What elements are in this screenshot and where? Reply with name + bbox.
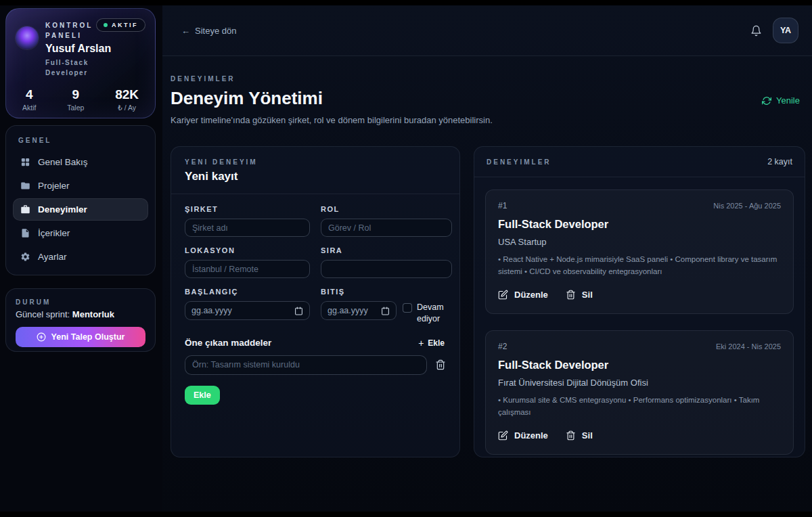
sidebar-item-projeler[interactable]: Projeler (13, 175, 148, 197)
edit-label: Düzenle (514, 290, 548, 300)
nav-list: Genel Bakış Projeler Deneyimler İçerikle… (13, 151, 148, 268)
role-label: ROL (321, 205, 452, 213)
end-date-label: BITIŞ (321, 288, 452, 296)
stat-value: 9 (67, 87, 84, 102)
experience-index: #2 (498, 342, 507, 351)
add-highlight-label: Ekle (428, 338, 445, 348)
sidebar-item-ayarlar[interactable]: Ayarlar (13, 246, 148, 268)
role-input[interactable] (321, 219, 452, 237)
sidebar-item-genel-bakis[interactable]: Genel Bakış (13, 151, 148, 173)
order-input[interactable] (321, 260, 452, 278)
start-date-label: BAŞLANGIÇ (185, 288, 310, 296)
current-sprint: Güncel sprint: Mentorluk (16, 309, 145, 319)
field-start-date: BAŞLANGIÇ gg.aa.yyyy (185, 288, 310, 325)
page-title: Deneyim Yönetimi (171, 88, 493, 109)
company-label: ŞIRKET (185, 205, 310, 213)
edit-button[interactable]: Düzenle (498, 428, 548, 443)
stat-gelir: 82K ₺ / Ay (115, 87, 139, 112)
user-avatar[interactable]: YA (773, 18, 798, 43)
stat-talep: 9 Talep (67, 87, 84, 112)
experience-highlights: • Kurumsal site & CMS entegrasyonu • Per… (498, 394, 781, 419)
ongoing-checkbox[interactable] (403, 303, 412, 313)
bell-icon (750, 25, 762, 37)
experience-index: #1 (498, 201, 507, 210)
delete-button[interactable]: Sil (566, 428, 593, 443)
profile-avatar-image (16, 26, 39, 49)
order-label: SIRA (321, 246, 452, 254)
sprint-value: Mentorluk (72, 309, 114, 319)
page-header: DENEYIMLER Deneyim Yönetimi Kariyer time… (171, 75, 805, 125)
ongoing-label: Devam ediyor (417, 302, 452, 325)
sidebar-item-label: İçerikler (38, 228, 70, 238)
stat-value: 4 (22, 87, 36, 102)
field-location: LOKASYON (185, 246, 310, 278)
notifications-button[interactable] (750, 25, 762, 37)
experiences-panel: DENEYIMLER 2 kayıt #1 Nis 2025 - Ağu 202… (474, 146, 805, 457)
new-request-button[interactable]: Yeni Talep Oluştur (16, 327, 145, 347)
experiences-panel-header: DENEYIMLER 2 kayıt (474, 147, 805, 177)
stat-label: Talep (67, 104, 84, 112)
edit-button[interactable]: Düzenle (498, 287, 548, 302)
edit-pencil-icon (498, 290, 508, 300)
field-end-date: BITIŞ gg.aa.yyyy Devam ediyor (321, 288, 452, 325)
main-column: ← Siteye dön YA DENEYIMLER Deneyim Yönet… (162, 5, 812, 512)
sidebar-item-label: Ayarlar (38, 252, 67, 262)
sidebar-item-deneyimler[interactable]: Deneyimler (13, 198, 148, 221)
delete-button[interactable]: Sil (566, 287, 593, 302)
form-title: Yeni kayıt (185, 170, 446, 183)
folder-icon (20, 181, 30, 191)
end-date-input[interactable]: gg.aa.yyyy (321, 301, 397, 320)
add-highlight-button[interactable]: + Ekle (418, 338, 445, 349)
edit-pencil-icon (498, 430, 508, 441)
sidebar-item-label: Projeler (38, 181, 70, 191)
location-input[interactable] (185, 260, 310, 278)
page-subtitle: Kariyer timeline'ında gözüken şirket, ro… (171, 115, 493, 125)
location-label: LOKASYON (185, 246, 310, 254)
experience-period: Nis 2025 - Ağu 2025 (713, 202, 781, 210)
profile-stats: 4 Aktif 9 Talep 82K ₺ / Ay (16, 87, 145, 112)
refresh-button[interactable]: Yenile (762, 95, 800, 106)
submit-button[interactable]: Ekle (185, 386, 220, 405)
field-order: SIRA (321, 246, 452, 278)
arrow-left-icon: ← (181, 26, 190, 36)
main-content: DENEYIMLER Deneyim Yönetimi Kariyer time… (162, 56, 812, 457)
nav-card: GENEL Genel Bakış Projeler Deneyimler İç… (5, 125, 156, 275)
experience-company: USA Startup (498, 237, 781, 247)
delete-label: Sil (582, 430, 593, 441)
experience-card-2: #2 Eki 2024 - Nis 2025 Full-Stack Develo… (485, 330, 794, 455)
start-date-input[interactable]: gg.aa.yyyy (185, 301, 310, 320)
remove-highlight-button[interactable] (435, 359, 446, 370)
sidebar-item-icerikler[interactable]: İçerikler (13, 222, 148, 244)
briefcase-icon (20, 204, 30, 215)
screen: KONTROL PANELI Yusuf Arslan Full-Stack D… (0, 0, 812, 517)
sidebar-item-label: Deneyimler (38, 204, 87, 215)
calendar-icon[interactable] (294, 307, 303, 315)
experience-company: Fırat Üniversitesi Dijital Dönüşüm Ofisi (498, 378, 781, 388)
status-badge: AKTIF (96, 18, 145, 32)
form-eyebrow: YENI DENEYIM (185, 158, 446, 166)
company-input[interactable] (185, 219, 310, 237)
nav-section-label: GENEL (13, 137, 148, 144)
field-company: ŞIRKET (185, 205, 310, 237)
highlights-label: Öne çıkan maddeler (185, 338, 271, 348)
calendar-icon[interactable] (381, 307, 390, 315)
app-window: KONTROL PANELI Yusuf Arslan Full-Stack D… (0, 5, 812, 512)
profile-role: Full-Stack Developer (45, 58, 120, 78)
status-card: DURUM Güncel sprint: Mentorluk Yeni Tale… (5, 288, 156, 352)
experience-highlights: • React Native + Node.js mimarisiyle Saa… (498, 253, 781, 278)
sidebar: KONTROL PANELI Yusuf Arslan Full-Stack D… (0, 5, 162, 512)
new-experience-form-panel: YENI DENEYIM Yeni kayıt ŞIRKET ROL (171, 146, 460, 457)
trash-icon (566, 430, 576, 441)
ongoing-checkbox-group: Devam ediyor (403, 301, 452, 325)
end-date-value: gg.aa.yyyy (328, 306, 368, 315)
highlight-input[interactable] (185, 355, 427, 375)
active-dot-icon (104, 23, 108, 27)
grid-icon (20, 157, 30, 167)
back-to-site-link[interactable]: ← Siteye dön (181, 26, 236, 36)
plus-icon: + (418, 338, 424, 349)
sprint-prefix: Güncel sprint: (16, 309, 70, 319)
experience-role: Full-Stack Developer (498, 218, 781, 231)
topbar: ← Siteye dön YA (162, 5, 812, 56)
refresh-label: Yenile (776, 95, 800, 106)
back-link-label: Siteye dön (195, 26, 236, 36)
